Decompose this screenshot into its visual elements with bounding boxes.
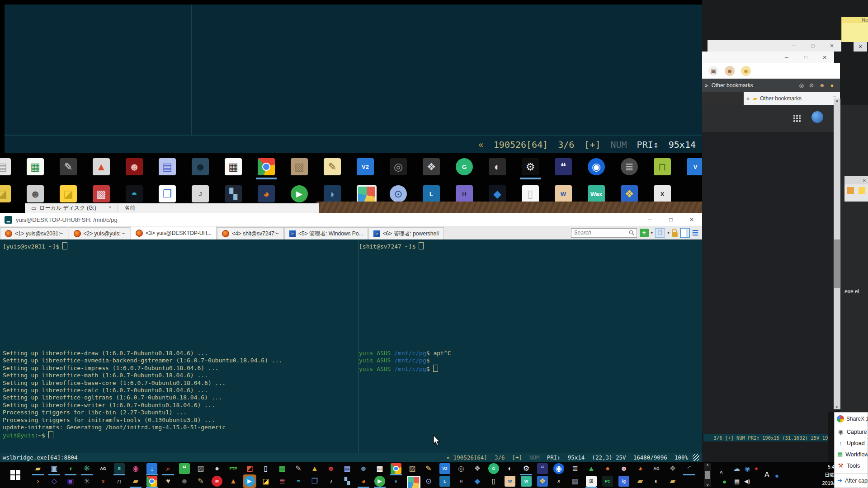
background-window-titlebar[interactable]: ─ □ ✕ (708, 40, 841, 52)
sticky2-icon[interactable]: ◪ (260, 476, 271, 487)
briefcase-icon[interactable]: ▣ (708, 66, 718, 76)
mini-popup-window[interactable]: ✕ (844, 176, 868, 202)
pane-bottom-left[interactable]: Setting up libreoffice-draw (1:6.0.7-0ub… (0, 347, 359, 453)
minimize-button[interactable]: ─ (640, 213, 660, 226)
shield-icon[interactable]: ▲ (586, 463, 597, 474)
scroll-thumb[interactable] (705, 471, 710, 479)
downloader-icon[interactable]: ↓ (146, 463, 157, 474)
hamburger-menu-icon[interactable]: ☰ (692, 229, 698, 237)
line-app-icon[interactable]: L (423, 185, 440, 202)
doc2-icon[interactable]: ▯ (488, 476, 499, 487)
calc-sheet-icon[interactable]: ▦ (277, 463, 288, 474)
explorer-column-strip[interactable]: ▭ ローカル ディスク (G:) ^ 名前 (25, 203, 319, 213)
settings-gear-icon[interactable]: ⚙ (522, 158, 539, 175)
profile-icon[interactable]: ☻ (819, 82, 825, 89)
sharex-item-tools[interactable]: ⚒Tools (835, 460, 868, 471)
orange-tile-icon[interactable] (847, 187, 854, 194)
notepad-icon[interactable]: ✎ (423, 463, 434, 474)
blank-doc-icon[interactable]: ▯ (522, 185, 539, 202)
avatar[interactable] (811, 111, 823, 123)
terminal-tab-2[interactable]: <2> yuis@yuis: ~ (69, 227, 131, 239)
ig-icon[interactable]: ig (618, 476, 629, 487)
network-icon[interactable]: ▤ (734, 478, 740, 485)
word2-icon[interactable]: W (505, 476, 515, 487)
dark-person-icon[interactable]: ☻ (179, 476, 190, 487)
scroll-up-icon[interactable]: ▲ (835, 99, 839, 103)
background-window-titlebar[interactable]: ─ □ ✕ (702, 52, 834, 63)
chevrons-icon[interactable]: » (746, 95, 750, 102)
heart-icon[interactable]: ♥ (163, 476, 174, 487)
resize-grip[interactable] (693, 454, 699, 461)
terminal-tab-5[interactable]: ≻<5> 管理者: Windows Po... (284, 227, 368, 239)
lock-app-icon[interactable]: ⊙ (390, 185, 407, 202)
chrome-icon[interactable] (258, 158, 275, 175)
display-icon[interactable]: ▣ (49, 463, 60, 474)
j2-icon[interactable]: J (326, 476, 336, 487)
blue-sphere-icon[interactable]: ● (775, 472, 779, 479)
vlc-icon[interactable]: ▲ (228, 476, 239, 487)
media-tools-icon[interactable]: ▲ (93, 158, 110, 175)
mega-icon[interactable]: M (212, 476, 222, 487)
moon-icon[interactable]: ◐ (651, 476, 662, 487)
airdroid-icon[interactable]: ► (291, 185, 308, 202)
avatar-yellow-icon[interactable]: ☻ (741, 66, 751, 76)
android-icon[interactable]: ⊓ (654, 158, 671, 175)
sharex-item-workflows[interactable]: ▦Workflows (835, 449, 868, 460)
black-ball-icon[interactable]: ● (212, 463, 222, 474)
terminal-tab-3[interactable]: <3> yuis@DESKTOP-UH... (131, 226, 217, 239)
v2-app-icon[interactable]: V2 (357, 158, 374, 175)
avatar-brown-icon[interactable]: ☻ (725, 66, 735, 76)
j-app-icon[interactable]: J (192, 185, 209, 202)
start-button[interactable] (4, 462, 27, 488)
close-icon[interactable]: ✕ (863, 178, 866, 183)
airbrush-icon[interactable]: ✎ (60, 158, 77, 175)
line-bubble-icon[interactable]: ❝ (179, 463, 190, 474)
chrome-icon[interactable] (391, 463, 401, 474)
chevrons-icon[interactable]: » (705, 82, 708, 89)
bluestacks-icon[interactable]: ❖ (621, 185, 638, 202)
terminal-tab-1[interactable]: <1> yuis@sv2031:~ (0, 227, 68, 239)
scrollbar-thumb[interactable] (834, 239, 840, 288)
ag2-icon[interactable]: AG (651, 463, 662, 474)
close-button[interactable]: ✕ (854, 42, 867, 52)
news-window-icon[interactable]: ❐ (159, 185, 176, 202)
dot-yellow-icon[interactable]: ● (830, 82, 834, 89)
red-list-icon[interactable]: ≣ (277, 476, 288, 487)
status-green-icon[interactable]: ● (722, 478, 726, 485)
assistant-icon[interactable]: ☻ (27, 185, 44, 202)
folder-chrome3-icon[interactable]: ▰ (667, 476, 678, 487)
taskbar-scroll[interactable]: ∧ ∨ (704, 463, 711, 487)
ftp-icon[interactable]: FTP (228, 463, 239, 474)
vscode2-icon[interactable]: ◆ (472, 476, 483, 487)
bluestacks2-icon[interactable]: ❖ (537, 476, 548, 487)
vscode-icon[interactable]: ◆ (489, 185, 506, 202)
search-icon[interactable] (629, 230, 635, 236)
search-input[interactable] (571, 228, 637, 238)
silhouette-icon[interactable]: ☻ (358, 463, 369, 474)
color-wheel-icon[interactable]: ◉ (130, 463, 141, 474)
name-column-header[interactable]: 名前 (124, 204, 135, 212)
atom-icon[interactable]: ❋ (81, 463, 92, 474)
blocked-icon[interactable]: ⊘ (809, 82, 814, 89)
apps-grid-icon[interactable] (793, 115, 801, 122)
silhouette-icon[interactable]: ☻ (192, 158, 209, 175)
speaker-icon[interactable]: ◎ (390, 158, 407, 175)
pane-divider[interactable] (191, 5, 192, 135)
sharex-item-after-captu[interactable]: ➔After captu (835, 473, 868, 486)
database-icon[interactable]: ≣ (621, 158, 638, 175)
pet-icon[interactable]: ❖ (667, 463, 678, 474)
texture-icon[interactable]: ▨ (407, 463, 418, 474)
v2-app-icon[interactable]: V2 (439, 463, 450, 474)
folder-chrome2-icon[interactable]: ▰ (635, 476, 646, 487)
settings-gear-icon[interactable]: ⚙ (521, 463, 532, 474)
wax2-icon[interactable]: W (521, 476, 532, 487)
other-bookmarks-label[interactable]: Other bookmarks (760, 95, 802, 102)
kuni-icon[interactable]: 国 (586, 476, 597, 487)
terminal-content[interactable]: [yuis@sv2031 ~]$ [shit@sv7247 ~]$ Settin… (0, 239, 702, 453)
column-separator[interactable] (118, 205, 118, 211)
tray-expand-icon[interactable]: ^ (720, 470, 723, 477)
os2-icon[interactable]: ▚ (225, 185, 242, 202)
blob2-icon[interactable]: ◗ (391, 476, 401, 487)
gold-clip-icon[interactable]: ◪ (0, 185, 11, 202)
airdroid2-icon[interactable]: ► (374, 476, 385, 487)
